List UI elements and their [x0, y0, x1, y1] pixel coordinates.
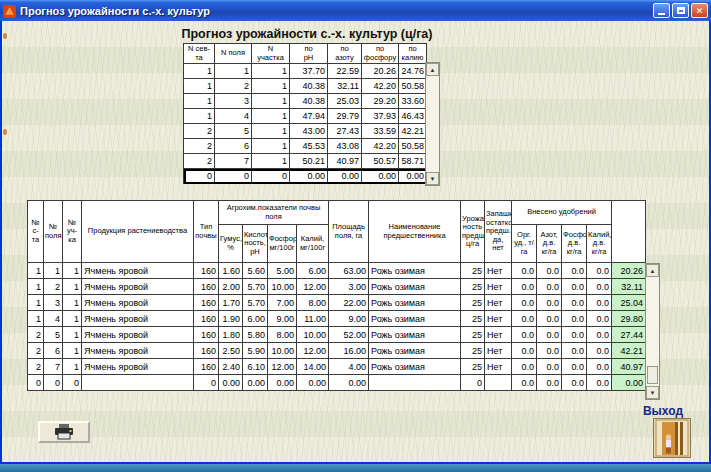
table-cell[interactable]: 20.26: [362, 64, 399, 79]
table-cell[interactable]: 1.60: [219, 263, 243, 279]
close-button[interactable]: ✕: [691, 3, 708, 18]
table-cell[interactable]: Рожь озимая: [369, 295, 461, 311]
table-cell[interactable]: 50.58: [399, 139, 427, 154]
table-row[interactable]: 111Ячмень яровой1601.605.605.006.0063.00…: [28, 263, 646, 279]
table-cell[interactable]: Нет: [485, 279, 512, 295]
table-cell[interactable]: 6: [44, 343, 63, 359]
table-cell[interactable]: 11.00: [297, 311, 329, 327]
table-cell[interactable]: Рожь озимая: [369, 263, 461, 279]
table-cell[interactable]: Ячмень яровой: [82, 327, 194, 343]
table-cell[interactable]: 160: [194, 343, 219, 359]
table-cell[interactable]: 2: [184, 124, 215, 139]
table-cell[interactable]: 0.0: [587, 279, 612, 295]
table-cell[interactable]: 0: [184, 169, 215, 184]
table-cell[interactable]: 3: [44, 295, 63, 311]
table-cell[interactable]: 0.0: [512, 279, 537, 295]
table-cell[interactable]: 2: [184, 154, 215, 169]
table-row[interactable]: 27150.2140.9750.5758.71: [184, 154, 427, 169]
table-cell[interactable]: 0.0: [587, 311, 612, 327]
table-cell[interactable]: 3.00: [329, 279, 369, 295]
table-cell[interactable]: 40.38: [290, 94, 328, 109]
table-row[interactable]: 0000.000.000.000.00: [184, 169, 427, 184]
exit-door-image[interactable]: [653, 418, 691, 458]
table-cell[interactable]: 52.00: [329, 327, 369, 343]
table-cell[interactable]: 42.21: [399, 124, 427, 139]
table-cell[interactable]: 24.76: [399, 64, 427, 79]
table-cell[interactable]: 33.60: [399, 94, 427, 109]
table-cell[interactable]: 58.71: [399, 154, 427, 169]
table-cell[interactable]: 0.0: [562, 343, 587, 359]
table-row[interactable]: 12140.3832.1142.2050.58: [184, 79, 427, 94]
table-cell[interactable]: Рожь озимая: [369, 359, 461, 375]
table-cell[interactable]: 25.04: [612, 295, 646, 311]
table-cell[interactable]: 42.20: [362, 79, 399, 94]
table-cell[interactable]: 9.00: [329, 311, 369, 327]
table-cell[interactable]: 32.11: [328, 79, 362, 94]
table-cell[interactable]: 40.97: [612, 359, 646, 375]
table-cell[interactable]: 0.00: [328, 169, 362, 184]
table-cell[interactable]: 1: [63, 359, 82, 375]
table-cell[interactable]: 7: [44, 359, 63, 375]
table-cell[interactable]: 29.20: [362, 94, 399, 109]
table-cell[interactable]: 0.00: [219, 375, 243, 391]
table-cell[interactable]: 4: [215, 109, 252, 124]
table-cell[interactable]: 1: [252, 139, 290, 154]
table-cell[interactable]: 0.00: [290, 169, 328, 184]
scroll-down-icon[interactable]: ▼: [646, 386, 659, 399]
table-cell[interactable]: 47.94: [290, 109, 328, 124]
table-cell[interactable]: 29.80: [612, 311, 646, 327]
table-cell[interactable]: 0.00: [612, 375, 646, 391]
table-cell[interactable]: 16.00: [329, 343, 369, 359]
table-cell[interactable]: 22.00: [329, 295, 369, 311]
table-cell[interactable]: 25: [461, 327, 485, 343]
table-cell[interactable]: 25: [461, 311, 485, 327]
table-cell[interactable]: 6.10: [243, 359, 268, 375]
table-cell[interactable]: 50.57: [362, 154, 399, 169]
table-cell[interactable]: 0.00: [243, 375, 268, 391]
table-cell[interactable]: 63.00: [329, 263, 369, 279]
table-row[interactable]: 251Ячмень яровой1601.805.808.0010.0052.0…: [28, 327, 646, 343]
minimize-button[interactable]: [653, 3, 670, 18]
table-cell[interactable]: [82, 375, 194, 391]
table-cell[interactable]: 1: [28, 263, 44, 279]
bottom-grid-scrollbar[interactable]: ▲ ▼: [645, 263, 660, 400]
scroll-up-icon[interactable]: ▲: [426, 63, 439, 76]
table-cell[interactable]: 7.00: [268, 295, 297, 311]
table-cell[interactable]: 1: [184, 64, 215, 79]
table-cell[interactable]: 45.53: [290, 139, 328, 154]
table-cell[interactable]: Рожь озимая: [369, 327, 461, 343]
table-cell[interactable]: Ячмень яровой: [82, 295, 194, 311]
table-cell[interactable]: 0.0: [587, 327, 612, 343]
table-cell[interactable]: 10.00: [268, 279, 297, 295]
table-cell[interactable]: 1: [63, 343, 82, 359]
table-cell[interactable]: 0.0: [537, 311, 562, 327]
table-cell[interactable]: 0.0: [512, 359, 537, 375]
table-cell[interactable]: Нет: [485, 359, 512, 375]
table-cell[interactable]: 0.0: [512, 311, 537, 327]
table-cell[interactable]: Ячмень яровой: [82, 263, 194, 279]
table-cell[interactable]: 1.80: [219, 327, 243, 343]
table-cell[interactable]: Нет: [485, 343, 512, 359]
table-cell[interactable]: Рожь озимая: [369, 279, 461, 295]
table-cell[interactable]: 6.00: [243, 311, 268, 327]
table-cell[interactable]: 160: [194, 327, 219, 343]
table-cell[interactable]: 1: [252, 64, 290, 79]
table-cell[interactable]: 0.0: [537, 359, 562, 375]
table-cell[interactable]: 0.0: [537, 375, 562, 391]
table-cell[interactable]: 27.43: [328, 124, 362, 139]
table-cell[interactable]: Ячмень яровой: [82, 343, 194, 359]
table-cell[interactable]: 1: [63, 311, 82, 327]
table-cell[interactable]: 22.59: [328, 64, 362, 79]
table-cell[interactable]: 25: [461, 343, 485, 359]
table-cell[interactable]: 0.0: [562, 327, 587, 343]
table-cell[interactable]: 0.0: [512, 375, 537, 391]
table-cell[interactable]: 25: [461, 263, 485, 279]
table-row[interactable]: 26145.5343.0842.2050.58: [184, 139, 427, 154]
table-cell[interactable]: 0.0: [512, 343, 537, 359]
table-row[interactable]: 271Ячмень яровой1602.406.1012.0014.004.0…: [28, 359, 646, 375]
table-cell[interactable]: 37.70: [290, 64, 328, 79]
table-cell[interactable]: 50.58: [399, 79, 427, 94]
table-cell[interactable]: 29.79: [328, 109, 362, 124]
table-cell[interactable]: 0.00: [268, 375, 297, 391]
table-cell[interactable]: 2: [28, 343, 44, 359]
